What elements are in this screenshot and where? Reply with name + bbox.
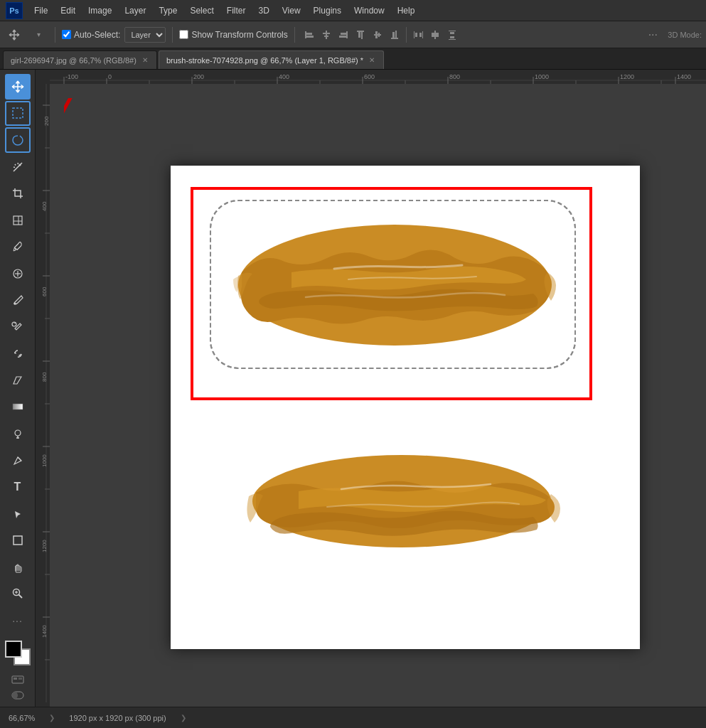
svg-text:200: 200 [193,73,204,80]
vertical-ruler: 200 400 600 800 1000 1200 1400 [36,84,50,707]
tab-girl[interactable]: girl-2696947.jpg @ 66,7% (RGB/8#) ✕ [3,50,157,69]
svg-rect-23 [432,33,434,37]
ps-document[interactable] [171,166,640,649]
svg-text:0: 0 [108,73,112,80]
align-bottom-btn[interactable] [387,27,402,43]
svg-line-40 [15,323,16,323]
show-transform-controls-checkbox[interactable] [179,30,188,39]
type-tool[interactable]: T [5,474,31,500]
clone-stamp-tool[interactable] [5,314,31,340]
tab-brush-label: brush-stroke-7074928.png @ 66,7% (Layer … [166,56,363,65]
layer-dropdown-group[interactable]: Layer [124,27,166,43]
extra-tools-btn[interactable]: ··· [5,608,31,633]
magic-wand-tool[interactable] [5,154,31,180]
slice-tool[interactable] [5,208,31,233]
eyedropper-tool[interactable] [5,234,31,259]
svg-rect-56 [50,70,706,84]
menu-plugins[interactable]: Plugins [308,4,347,17]
svg-rect-26 [450,32,454,34]
menu-type[interactable]: Type [153,4,183,17]
menu-image[interactable]: Image [82,4,117,17]
shape-tool[interactable] [5,528,31,553]
dodge-tool[interactable] [5,421,31,446]
auto-select-checkbox[interactable] [62,30,71,39]
svg-rect-45 [14,536,22,545]
status-arrow-2: ❯ [181,714,186,722]
quick-mask-btn[interactable] [6,688,29,702]
align-left-btn[interactable] [301,27,317,43]
svg-text:1400: 1400 [677,73,691,80]
brush-tool[interactable] [5,287,31,313]
distribute-vertical-btn[interactable] [444,27,460,43]
svg-rect-83 [36,84,50,702]
tab-girl-close[interactable]: ✕ [141,55,149,65]
marquee-tool[interactable] [5,101,31,127]
zoom-level: 66,67% [9,714,35,722]
move-tool-options-icon[interactable] [4,25,24,45]
svg-rect-15 [391,38,398,39]
tab-brush[interactable]: brush-stroke-7074928.png @ 66,7% (Layer … [159,50,384,69]
menu-file[interactable]: File [28,4,53,17]
menu-bar: Ps File Edit Image Layer Type Select Fil… [0,0,706,21]
move-tool[interactable] [5,74,31,100]
svg-rect-3 [326,31,327,39]
svg-rect-41 [13,404,23,410]
svg-text:600: 600 [41,287,48,296]
svg-text:800: 800 [449,73,460,80]
align-right-btn[interactable] [336,27,351,43]
history-brush-tool[interactable] [5,341,31,367]
menu-3d[interactable]: 3D [252,4,274,17]
zoom-tool[interactable] [5,581,31,606]
menu-select[interactable]: Select [184,4,219,17]
crop-tool[interactable] [5,181,31,206]
svg-rect-54 [12,692,18,699]
svg-text:600: 600 [364,73,375,80]
hand-tool[interactable] [5,555,31,580]
distribute-center-btn[interactable] [427,27,443,43]
layer-dropdown[interactable]: Layer [124,27,166,43]
show-transform-controls-label: Show Transform Controls [191,30,287,40]
more-options-btn[interactable]: ··· [645,27,660,43]
align-center-btn[interactable] [319,27,334,43]
toolbar: T ··· [0,70,36,707]
distribute-left-btn[interactable] [410,27,426,43]
svg-rect-4 [323,33,330,34]
menu-edit[interactable]: Edit [55,4,81,17]
svg-rect-11 [361,32,363,39]
svg-text:800: 800 [41,372,48,382]
horizontal-ruler: -100 0 200 400 600 800 1000 [50,70,706,84]
menu-filter[interactable]: Filter [221,4,252,17]
menu-view[interactable]: View [277,4,306,17]
svg-rect-27 [450,36,454,38]
gradient-tool[interactable] [5,395,31,420]
eraser-tool[interactable] [5,368,31,393]
menu-help[interactable]: Help [392,4,421,17]
mode-label: 3D Mode: [668,31,702,39]
canvas-area: -100 0 200 400 600 800 1000 [36,70,706,707]
svg-rect-0 [305,31,306,38]
foreground-color-swatch[interactable] [5,641,22,658]
healing-brush-tool[interactable] [5,261,31,287]
svg-rect-5 [324,36,328,37]
svg-text:200: 200 [43,116,50,126]
align-middle-btn[interactable] [370,27,385,43]
lasso-tool[interactable] [5,127,31,153]
tab-brush-close[interactable]: ✕ [368,55,376,65]
svg-point-30 [18,164,21,166]
canvas-scroll-area[interactable] [64,98,706,707]
arrow-annotation [64,98,135,233]
svg-rect-55 [36,70,50,84]
menu-window[interactable]: Window [348,4,390,17]
auto-select-checkbox-group[interactable]: Auto-Select: [62,30,120,40]
svg-rect-17 [395,31,397,38]
move-tool-dropdown[interactable]: ▾ [28,25,48,45]
app-logo: Ps [6,2,23,19]
svg-point-37 [14,303,16,305]
channels-panel-btn[interactable] [6,673,29,687]
svg-rect-51 [14,678,17,680]
path-selection-tool[interactable] [5,501,31,527]
menu-layer[interactable]: Layer [119,4,151,17]
show-transform-controls-group[interactable]: Show Transform Controls [179,30,287,40]
pen-tool[interactable] [5,448,31,473]
align-top-btn[interactable] [353,27,368,43]
